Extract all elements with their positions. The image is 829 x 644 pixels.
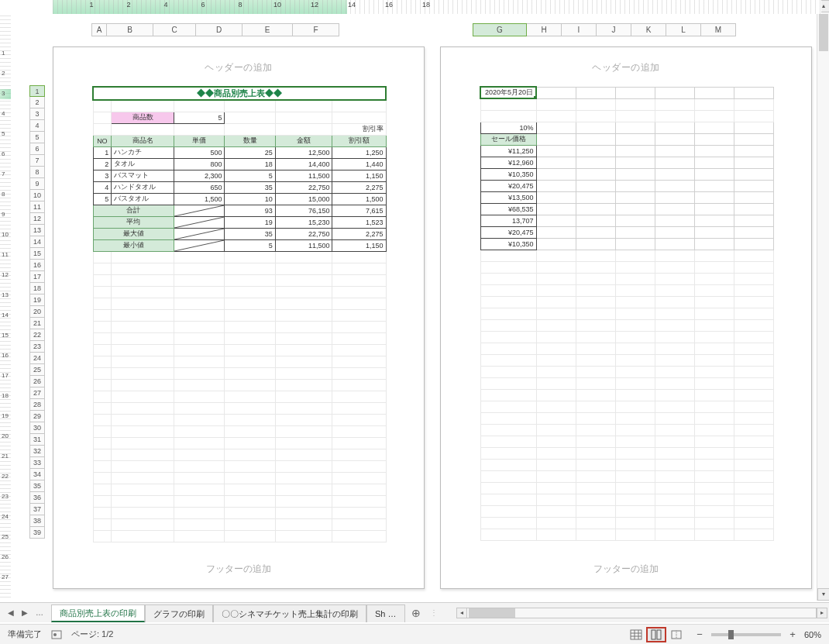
status-page: ページ: 1/2 bbox=[71, 629, 113, 640]
zoom-controls[interactable]: − + 60% bbox=[686, 629, 829, 640]
svg-line-2 bbox=[174, 229, 224, 239]
sale-row[interactable]: ¥10,350 bbox=[480, 238, 774, 250]
page-layout-area: ヘッダーの追加 ◆◆商品別売上表◆◆ 商品数 5 割引率 NO 商品名 単価 数… bbox=[53, 46, 821, 598]
svg-line-0 bbox=[174, 205, 224, 216]
zoom-slider[interactable] bbox=[711, 633, 781, 636]
tab-graph-print[interactable]: グラフの印刷 bbox=[145, 604, 213, 622]
svg-rect-6 bbox=[631, 630, 642, 639]
sheet-tab-strip[interactable]: ◀ ▶ … 商品別売上表の印刷 グラフの印刷 〇〇シネマチケット売上集計の印刷 … bbox=[0, 602, 829, 622]
new-sheet-button[interactable]: ⊕ bbox=[405, 603, 427, 622]
sale-row[interactable]: ¥12,960 bbox=[480, 157, 774, 168]
sale-row[interactable]: ¥13,500 bbox=[480, 191, 774, 203]
column-headers[interactable]: ABCDEF GHIJKLM bbox=[29, 23, 821, 37]
summary-row[interactable]: 最大値3522,7502,275 bbox=[93, 228, 386, 239]
hscroll-thumb[interactable] bbox=[469, 608, 515, 618]
macro-record-icon[interactable] bbox=[51, 629, 62, 640]
sheet-nav-buttons[interactable]: ◀ ▶ … bbox=[0, 603, 51, 622]
table-row[interactable]: 3バスマット2,300511,5001,150 bbox=[93, 170, 386, 181]
sale-row[interactable]: 13,707 bbox=[480, 215, 774, 226]
sale-row[interactable]: ¥10,350 bbox=[480, 168, 774, 180]
tab-cinema-print[interactable]: 〇〇シネマチケット売上集計の印刷 bbox=[213, 604, 366, 622]
zoom-out-button[interactable]: − bbox=[694, 629, 705, 640]
tab-more[interactable]: Sh … bbox=[366, 604, 405, 622]
sale-row[interactable]: ¥20,475 bbox=[480, 180, 774, 191]
page-2[interactable]: ヘッダーの追加 2020年5月20日 10% セール価格 ¥11,250¥12,… bbox=[440, 46, 812, 589]
selected-cell[interactable]: 2020年5月20日 bbox=[480, 87, 536, 98]
view-page-break-button[interactable] bbox=[666, 627, 686, 642]
horizontal-scrollbar[interactable]: ◂ ▸ bbox=[456, 603, 829, 622]
tab-sales-print[interactable]: 商品別売上表の印刷 bbox=[51, 604, 145, 622]
sale-row[interactable]: ¥68,535 bbox=[480, 203, 774, 215]
nav-more-icon[interactable]: … bbox=[33, 607, 46, 618]
sale-row[interactable]: ¥11,250 bbox=[480, 145, 774, 157]
horizontal-ruler: 124681012141618 bbox=[53, 0, 821, 14]
table-row[interactable]: 5バスタオル1,5001015,0001,500 bbox=[93, 193, 386, 205]
row-headers[interactable]: 1234567891011121314151617181920212223242… bbox=[29, 85, 45, 539]
table-row[interactable]: 2タオル8001814,4001,440 bbox=[93, 158, 386, 170]
title: ◆◆商品別売上表◆◆ bbox=[93, 87, 386, 100]
vertical-ruler: 1234567891011121314151617181920212223242… bbox=[0, 15, 11, 598]
svg-point-5 bbox=[53, 633, 57, 636]
status-bar: 準備完了 ページ: 1/2 − + 60% bbox=[0, 624, 829, 644]
svg-rect-12 bbox=[657, 630, 661, 639]
grid-2[interactable]: 2020年5月20日 10% セール価格 ¥11,250¥12,960¥10,3… bbox=[480, 86, 774, 549]
header-add-2[interactable]: ヘッダーの追加 bbox=[441, 47, 811, 79]
svg-line-1 bbox=[174, 217, 224, 228]
zoom-in-button[interactable]: + bbox=[787, 629, 798, 640]
discount-label: 割引率 bbox=[332, 123, 386, 135]
grid-1[interactable]: ◆◆商品別売上表◆◆ 商品数 5 割引率 NO 商品名 単価 数量 金額 割引額 bbox=[92, 86, 387, 549]
svg-rect-11 bbox=[652, 630, 655, 639]
hscroll-right-button[interactable]: ▸ bbox=[817, 608, 827, 618]
count-value: 5 bbox=[174, 112, 225, 123]
footer-add-2[interactable]: フッターの追加 bbox=[441, 555, 811, 588]
table-row[interactable]: 4ハンドタオル6503522,7502,275 bbox=[93, 181, 386, 193]
zoom-value: 60% bbox=[804, 630, 821, 639]
sale-row[interactable]: ¥20,475 bbox=[480, 226, 774, 238]
status-ready: 準備完了 bbox=[8, 629, 42, 640]
view-buttons[interactable] bbox=[626, 627, 686, 642]
count-label: 商品数 bbox=[112, 112, 174, 123]
nav-prev-icon[interactable]: ◀ bbox=[5, 607, 17, 618]
svg-line-3 bbox=[174, 240, 224, 251]
nav-next-icon[interactable]: ▶ bbox=[19, 607, 31, 618]
summary-row[interactable]: 平均1915,2301,523 bbox=[93, 216, 386, 228]
view-normal-button[interactable] bbox=[626, 627, 646, 642]
summary-row[interactable]: 最小値511,5001,150 bbox=[93, 239, 386, 251]
tab-divider: ⋮ bbox=[427, 608, 441, 617]
table-row[interactable]: 1ハンカチ5002512,5001,250 bbox=[93, 146, 386, 158]
hscroll-left-button[interactable]: ◂ bbox=[456, 608, 467, 618]
view-page-layout-button[interactable] bbox=[646, 627, 666, 642]
footer-add-1[interactable]: フッターの追加 bbox=[53, 555, 424, 588]
header-add-1[interactable]: ヘッダーの追加 bbox=[53, 47, 424, 79]
page-1[interactable]: ヘッダーの追加 ◆◆商品別売上表◆◆ 商品数 5 割引率 NO 商品名 単価 数… bbox=[53, 46, 425, 589]
summary-row[interactable]: 合計9376,1507,615 bbox=[93, 205, 386, 216]
